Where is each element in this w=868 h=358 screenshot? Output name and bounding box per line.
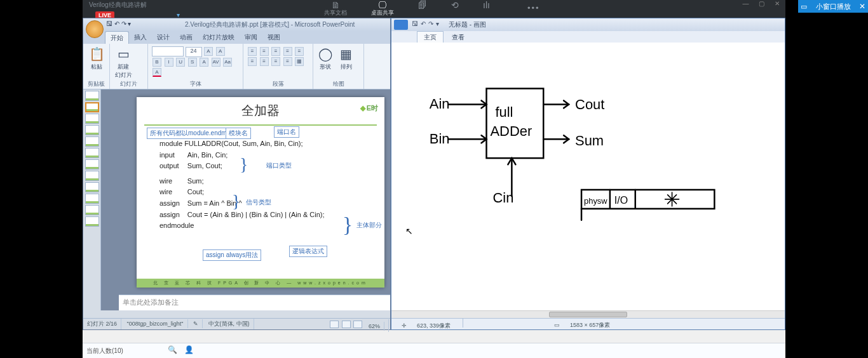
tab-review[interactable]: 审阅: [240, 31, 262, 44]
view-normal-button[interactable]: [330, 321, 339, 328]
label-cin: Cin: [492, 190, 513, 206]
thumb-9[interactable]: [85, 182, 99, 192]
slide-thumbnails[interactable]: [83, 90, 101, 310]
share-doc-button[interactable]: 🗎共享文档: [324, 0, 347, 17]
thumb-6[interactable]: [85, 148, 99, 158]
linespace-button[interactable]: ≡: [295, 47, 304, 56]
thumb-2[interactable]: [85, 102, 99, 112]
tab-insert[interactable]: 插入: [129, 31, 152, 44]
paint-tab-view[interactable]: 查看: [445, 32, 471, 43]
slide-title: 全加器: [144, 97, 377, 126]
tab-view[interactable]: 视图: [262, 31, 285, 44]
share-screen-button[interactable]: 🖵桌面共享: [371, 0, 394, 17]
office-button[interactable]: [86, 20, 104, 38]
more-button[interactable]: •••: [527, 3, 540, 13]
thumb-5[interactable]: [85, 136, 99, 147]
crosshair-icon: ✛: [397, 321, 412, 330]
underline-button[interactable]: U: [176, 58, 185, 67]
tab-home[interactable]: 开始: [105, 31, 129, 44]
status-theme: "008tgp_bizcom_light": [123, 319, 188, 328]
align-center-button[interactable]: ≡: [260, 57, 269, 66]
conf-nav-2[interactable]: ⟲: [451, 0, 459, 17]
paste-button[interactable]: 📋粘贴: [86, 45, 107, 79]
annot-sigtype: 信号类型: [243, 197, 274, 208]
close-button[interactable]: ✕: [770, 0, 784, 9]
conf-nav-3[interactable]: ılı: [483, 0, 490, 17]
spacing-button[interactable]: AV: [212, 58, 220, 67]
paint-tab-home[interactable]: 主页: [417, 31, 444, 43]
font-family-select[interactable]: [152, 46, 184, 56]
shapes-button[interactable]: ◯形状: [316, 45, 335, 79]
tab-design[interactable]: 设计: [152, 31, 175, 44]
bold-button[interactable]: B: [153, 58, 161, 67]
paint-canvas[interactable]: Ain Bin Cin full ADDer Cout Sum physw I/…: [391, 43, 785, 318]
pip-bar[interactable]: ▭ 小窗口播放 ✕: [798, 0, 868, 13]
label-ain: Ain: [430, 96, 450, 112]
thumb-8[interactable]: [85, 171, 99, 181]
annot-modname: 模块名: [226, 128, 251, 139]
font-color-button[interactable]: A: [153, 68, 161, 77]
maximize-button[interactable]: ▢: [754, 0, 768, 9]
case-button[interactable]: Aa: [223, 58, 232, 67]
paint-titlebar[interactable]: 🖫↶↷▾ 无标题 - 画图: [391, 18, 785, 31]
conf-nav-1[interactable]: 🗐: [418, 0, 427, 17]
paint-qat[interactable]: 🖫↶↷▾: [410, 20, 440, 27]
pip-label: 小窗口播放: [816, 2, 851, 11]
status-lang: 中文(简体, 中国): [205, 319, 254, 329]
columns-button[interactable]: ▦: [295, 57, 304, 66]
thumb-7[interactable]: [85, 159, 99, 169]
thumb-3[interactable]: [85, 114, 99, 124]
search-icon[interactable]: 🔍: [168, 345, 177, 354]
new-slide-button[interactable]: ▭新建 幻灯片: [112, 45, 134, 79]
align-left-button[interactable]: ≡: [248, 57, 257, 66]
slide-area[interactable]: E时 全加器 所有代码都以module.endmodule 模块名 端口名 mo…: [101, 90, 390, 310]
shapes-icon: ◯: [316, 46, 335, 62]
powerpoint-window: 🖫 ↶ ↷ ▾ 2.Verilog经典电路讲解.ppt [兼容模式] - Mic…: [83, 18, 391, 330]
desktop-area: Verilog经典电路讲解 LIVE ▾ 🗎共享文档 🖵桌面共享 🗐 ⟲ ılı…: [83, 0, 785, 358]
grow-font-button[interactable]: A: [204, 47, 213, 56]
minimize-button[interactable]: —: [738, 0, 752, 9]
shadow-button[interactable]: A: [200, 58, 208, 67]
notes-pane[interactable]: 单击此处添加备注: [119, 295, 390, 310]
indent-inc-button[interactable]: ≡: [283, 47, 292, 56]
user-icon[interactable]: 👤: [184, 345, 194, 354]
view-show-button[interactable]: [353, 321, 362, 328]
zoom-level[interactable]: 62%: [365, 322, 384, 331]
numbering-button[interactable]: ≡: [260, 47, 269, 56]
thumb-10[interactable]: [85, 194, 99, 204]
label-block1: full: [495, 104, 513, 120]
shrink-font-button[interactable]: A: [216, 47, 225, 56]
strike-button[interactable]: S: [188, 58, 197, 67]
ppt-statusbar: 幻灯片 2/16 "008tgp_bizcom_light" ✎ 中文(简体, …: [83, 318, 390, 329]
align-right-button[interactable]: ≡: [271, 57, 280, 66]
thumb-12[interactable]: [85, 216, 99, 227]
view-sorter-button[interactable]: [342, 321, 351, 328]
italic-button[interactable]: I: [165, 58, 173, 67]
paint-menu-button[interactable]: [394, 20, 408, 30]
thumb-11[interactable]: [85, 205, 99, 215]
thumb-4[interactable]: [85, 125, 99, 135]
ppt-titlebar[interactable]: 🖫 ↶ ↷ ▾ 2.Verilog经典电路讲解.ppt [兼容模式] - Mic…: [83, 18, 390, 31]
save-icon[interactable]: 🖫: [412, 20, 418, 27]
group-slides: 幻灯片: [110, 80, 147, 88]
scroll-thumb[interactable]: [549, 312, 628, 317]
thumb-1[interactable]: [85, 91, 99, 101]
label-bin: Bin: [430, 131, 450, 147]
undo-icon[interactable]: ↶: [421, 20, 426, 27]
pip-close-button[interactable]: ✕: [859, 2, 865, 11]
arrange-button[interactable]: ▦排列: [337, 45, 356, 79]
bullets-button[interactable]: ≡: [248, 47, 257, 56]
paint-hscroll[interactable]: [391, 310, 785, 318]
font-size-select[interactable]: 24: [186, 47, 202, 57]
arrange-icon: ▦: [337, 46, 356, 62]
quick-access-toolbar[interactable]: 🖫 ↶ ↷ ▾: [106, 20, 131, 27]
indent-dec-button[interactable]: ≡: [271, 47, 280, 56]
tab-slideshow[interactable]: 幻灯片放映: [198, 31, 240, 44]
annot-body: 主体部分: [354, 220, 384, 230]
tab-anim[interactable]: 动画: [175, 31, 198, 44]
group-drawing: 绘图: [313, 80, 363, 88]
group-paragraph: 段落: [243, 80, 313, 88]
annot-porttype: 端口类型: [264, 161, 294, 171]
align-justify-button[interactable]: ≡: [283, 57, 292, 66]
redo-icon[interactable]: ↷: [428, 20, 433, 27]
